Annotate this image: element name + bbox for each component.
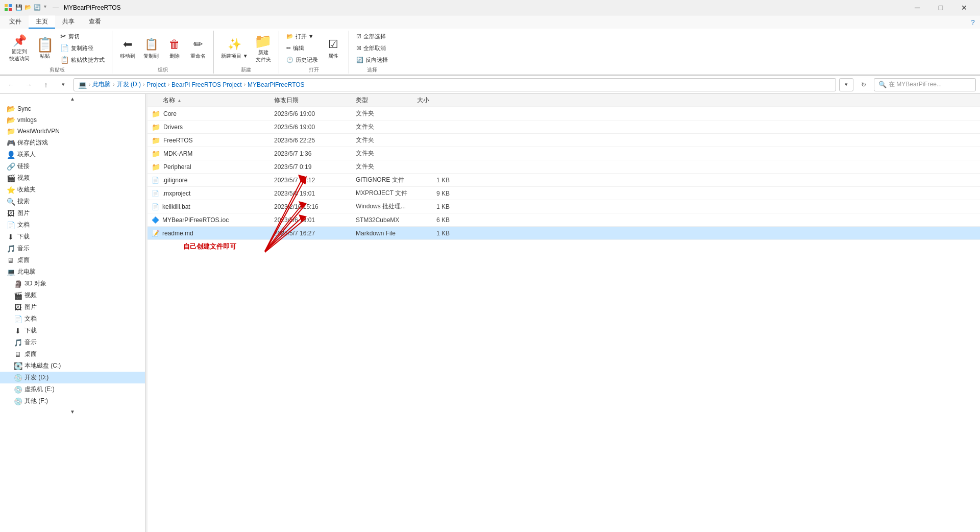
sidebar-item-thispc[interactable]: 💻 此电脑 <box>0 266 145 278</box>
paste-button[interactable]: 📋 粘贴 <box>34 33 56 63</box>
file-row-mdkarm[interactable]: 📁 MDK-ARM 2023/5/7 1:36 文件夹 <box>148 147 980 160</box>
sidebar-item-search-label: 搜索 <box>17 197 30 206</box>
rename-button[interactable]: ✏ 重命名 <box>187 33 209 63</box>
sidebar-item-3dobjects[interactable]: 🗿 3D 对象 <box>0 278 145 289</box>
file-row-mxproject[interactable]: 📄 .mxproject 2023/5/6 19:01 MXPROJECT 文件… <box>148 187 980 200</box>
tab-view[interactable]: 查看 <box>82 15 108 29</box>
sidebar-item-savedgames[interactable]: 🎮 保存的游戏 <box>0 137 145 149</box>
sidebar-item-documents2[interactable]: 📄 文档 <box>0 313 145 325</box>
properties-items: 📂 打开 ▼ ✏ 编辑 🕐 历史记录 ☑ 属性 <box>283 31 345 65</box>
address-bar[interactable]: 💻 › 此电脑 › 开发 (D:) › Project › BearPi Fre… <box>74 78 836 91</box>
move-to-button[interactable]: ⬅ 移动到 <box>116 33 139 63</box>
history-button[interactable]: 🕐 历史记录 <box>283 54 321 65</box>
sidebar-item-links[interactable]: 🔗 链接 <box>0 160 145 172</box>
pin-to-quickaccess-button[interactable]: 📌 固定到快速访问 <box>6 33 33 63</box>
open-button[interactable]: 📂 打开 ▼ <box>283 31 321 42</box>
invert-select-button[interactable]: 🔄 反向选择 <box>353 54 391 65</box>
pin-label: 固定到快速访问 <box>9 48 30 62</box>
sidebar-item-westworldvpn[interactable]: 📁 WestWorldVPN <box>0 126 145 137</box>
select-label: 选择 <box>353 65 391 74</box>
sidebar-item-search[interactable]: 🔍 搜索 <box>0 196 145 207</box>
file-row-keilkill[interactable]: 📄 keilkilll.bat 2023/2/16 15:16 Windows … <box>148 200 980 213</box>
sidebar-item-other-f[interactable]: 💿 其他 (F:) <box>0 395 145 407</box>
breadcrumb-mybearpi[interactable]: MYBearPiFreeRTOS <box>248 81 305 88</box>
back-button[interactable]: ← <box>4 78 18 92</box>
column-name[interactable]: 名称 ▲ <box>148 96 270 105</box>
quick-access-icons[interactable]: 💾 📂 🔄 ▼ <box>15 4 47 11</box>
sidebar-item-vmlogs[interactable]: 📂 vmlogs <box>0 114 145 126</box>
column-date[interactable]: 修改日期 <box>270 96 352 105</box>
sidebar-item-dev-d[interactable]: 💿 开发 (D:) <box>0 372 145 383</box>
sidebar-scroll-up[interactable]: ▲ <box>0 94 145 103</box>
minimize-button[interactable]: ─ <box>905 0 929 15</box>
paste-shortcut-button[interactable]: 📋 粘贴快捷方式 <box>57 54 108 65</box>
sidebar-item-sync[interactable]: 📂 Sync <box>0 103 145 114</box>
sidebar-item-favorites[interactable]: ⭐ 收藏夹 <box>0 184 145 196</box>
copy-path-button[interactable]: 📄 复制路径 <box>57 42 108 54</box>
cut-button[interactable]: ✂ 剪切 <box>57 31 108 42</box>
forward-button[interactable]: → <box>21 78 36 92</box>
file-date-drivers: 2023/5/6 19:00 <box>270 124 352 131</box>
sidebar-item-pictures[interactable]: 🖼 图片 <box>0 207 145 219</box>
sidebar-item-music2[interactable]: 🎵 音乐 <box>0 336 145 348</box>
sidebar-item-videos2[interactable]: 🎬 视频 <box>0 289 145 301</box>
address-dropdown-button[interactable]: ▾ <box>839 78 853 91</box>
folder-icon-mdkarm: 📁 <box>152 150 160 158</box>
sidebar-item-downloads[interactable]: ⬇ 下载 <box>0 231 145 243</box>
breadcrumb-bearpi[interactable]: BearPi FreeRTOS Project <box>172 81 242 88</box>
delete-button[interactable]: 🗑 删除 <box>163 33 186 63</box>
sidebar-item-vm-e[interactable]: 💿 虚拟机 (E:) <box>0 383 145 395</box>
sidebar-item-localdisk-c[interactable]: 💽 本地磁盘 (C:) <box>0 360 145 372</box>
file-row-drivers[interactable]: 📁 Drivers 2023/5/6 19:00 文件夹 <box>148 120 980 134</box>
file-row-gitignore[interactable]: 📄 .gitignore 2023/5/7 16:12 GITIGNORE 文件… <box>148 174 980 187</box>
recent-paths-button[interactable]: ▾ <box>56 78 70 92</box>
deselect-all-button[interactable]: ☒ 全部取消 <box>353 42 391 54</box>
properties-button[interactable]: ☑ 属性 <box>322 33 345 63</box>
localdisk-c-icon: 💽 <box>13 362 22 370</box>
file-row-core[interactable]: 📁 Core 2023/5/6 19:00 文件夹 <box>148 107 980 120</box>
sidebar-item-pictures2[interactable]: 🖼 图片 <box>0 301 145 313</box>
maximize-button[interactable]: □ <box>929 0 952 15</box>
breadcrumb-drive[interactable]: 开发 (D:) <box>117 80 141 89</box>
sidebar-item-desktop2[interactable]: 🖥 桌面 <box>0 348 145 360</box>
tab-share[interactable]: 共享 <box>55 15 82 29</box>
column-type[interactable]: 类型 <box>352 96 413 105</box>
dropdown-quick-icon[interactable]: ▼ <box>43 4 47 11</box>
file-row-readme[interactable]: 📝 readme.md 2023/5/7 16:27 Markdown File… <box>148 227 980 240</box>
sidebar-scroll-down[interactable]: ▼ <box>0 407 145 416</box>
sidebar-item-videos[interactable]: 🎬 视频 <box>0 172 145 184</box>
breadcrumb-pc[interactable]: 此电脑 <box>92 80 111 89</box>
file-size-readme: 1 KB <box>413 230 454 237</box>
deselect-all-label: 全部取消 <box>363 44 386 52</box>
sidebar-item-documents[interactable]: 📄 文档 <box>0 219 145 231</box>
refresh-button[interactable]: ↻ <box>856 78 871 91</box>
file-size-keilkill: 1 KB <box>413 203 454 210</box>
file-row-freertos[interactable]: 📁 FreeRTOS 2023/5/6 22:25 文件夹 <box>148 134 980 147</box>
music2-icon: 🎵 <box>13 338 22 347</box>
open-quick-icon[interactable]: 📂 <box>24 4 32 11</box>
new-folder-button[interactable]: 📁 新建文件夹 <box>252 33 275 63</box>
file-row-ioc[interactable]: 🔷 MYBearPiFreeRTOS.ioc 2023/5/6 19:01 ST… <box>148 213 980 227</box>
help-button[interactable]: ? <box>966 15 980 29</box>
sidebar-item-music[interactable]: 🎵 音乐 <box>0 243 145 254</box>
sidebar-item-contacts[interactable]: 👤 联系人 <box>0 149 145 160</box>
window-controls[interactable]: ─ □ ✕ <box>905 0 976 15</box>
save-quick-icon[interactable]: 💾 <box>15 4 22 11</box>
tab-home[interactable]: 主页 <box>29 15 55 29</box>
select-all-button[interactable]: ☑ 全部选择 <box>353 31 391 42</box>
new-item-button[interactable]: ✨ 新建项目 ▼ <box>218 33 251 63</box>
copy-to-button[interactable]: 📋 复制到 <box>140 33 162 63</box>
close-button[interactable]: ✕ <box>952 0 976 15</box>
sidebar-item-vmlogs-label: vmlogs <box>17 116 37 124</box>
up-button[interactable]: ↑ <box>39 78 53 92</box>
window-icon <box>4 4 12 12</box>
search-bar[interactable]: 🔍 在 MYBearPiFree... <box>874 78 976 91</box>
file-row-peripheral[interactable]: 📁 Peripheral 2023/5/7 0:19 文件夹 <box>148 160 980 174</box>
column-size[interactable]: 大小 <box>413 96 454 105</box>
refresh-quick-icon[interactable]: 🔄 <box>34 4 41 11</box>
edit-button[interactable]: ✏ 编辑 <box>283 42 321 54</box>
sidebar-item-desktop[interactable]: 🖥 桌面 <box>0 254 145 266</box>
tab-file[interactable]: 文件 <box>2 15 29 29</box>
sidebar-item-downloads2[interactable]: ⬇ 下载 <box>0 325 145 336</box>
breadcrumb-project[interactable]: Project <box>146 81 165 88</box>
